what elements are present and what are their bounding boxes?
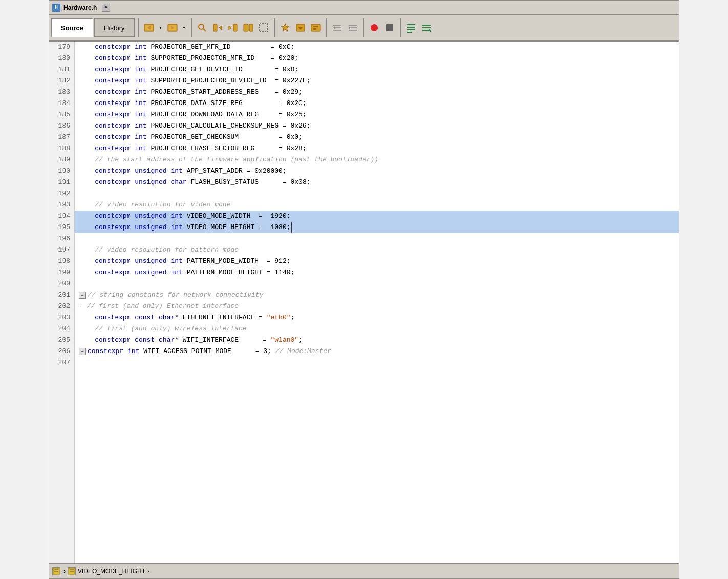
- svg-line-7: [203, 29, 206, 31]
- code-line-186: constexpr int PROJECTOR_CALCULATE_CHECKS…: [75, 120, 679, 132]
- line-num-180: 180: [49, 53, 74, 64]
- svg-rect-8: [213, 24, 217, 31]
- line-num-204: 204: [49, 323, 74, 335]
- line-num-183: 183: [49, 87, 74, 98]
- search-button[interactable]: [195, 20, 209, 35]
- code-line-184: constexpr int PROJECTOR_DATA_SIZE_REG = …: [75, 98, 679, 109]
- svg-marker-15: [281, 24, 289, 31]
- title-bar: H Hardware.h ×: [49, 1, 679, 15]
- line-num-179: 179: [49, 42, 74, 53]
- svg-rect-41: [54, 571, 58, 572]
- code-line-182: constexpr int SUPPORTED_PROJECTOR_DEVICE…: [75, 75, 679, 87]
- code-line-189: // the start address of the firmware app…: [75, 154, 679, 166]
- code-line-180: constexpr int SUPPORTED_PROJECTOR_MFR_ID…: [75, 53, 679, 64]
- svg-rect-14: [260, 24, 268, 32]
- select-btn[interactable]: [256, 20, 271, 35]
- more-btn[interactable]: [419, 20, 434, 35]
- line-num-201: 201: [49, 290, 74, 301]
- line-num-207: 207: [49, 357, 74, 368]
- code-line-192: [75, 188, 679, 199]
- code-line-197: // video resolution for pattern mode: [75, 244, 679, 256]
- macro-btn[interactable]: [404, 20, 418, 35]
- file-icon: H: [52, 4, 60, 12]
- line-num-190: 190: [49, 166, 74, 177]
- main-window: H Hardware.h × Source History ▾ ▾: [49, 0, 679, 579]
- svg-rect-40: [54, 569, 58, 570]
- svg-marker-9: [219, 26, 222, 30]
- line-num-205: 205: [49, 335, 74, 346]
- code-line-199: constexpr unsigned int PATTERN_MODE_HEIG…: [75, 267, 679, 278]
- code-line-194: constexpr unsigned int VIDEO_MODE_WIDTH …: [75, 211, 679, 222]
- code-line-183: constexpr int PROJECTOR_START_ADDRESS_RE…: [75, 87, 679, 98]
- line-num-198: 198: [49, 256, 74, 267]
- separator-1: [138, 18, 139, 37]
- code-line-206: −constexpr int WIFI_ACCESS_POINT_MODE = …: [75, 346, 679, 357]
- source-tab[interactable]: Source: [51, 18, 93, 37]
- separator-4: [326, 18, 327, 37]
- fold-minus-201[interactable]: −: [79, 292, 86, 299]
- svg-marker-24: [333, 27, 335, 29]
- line-num-199: 199: [49, 267, 74, 278]
- svg-rect-12: [244, 24, 248, 31]
- svg-rect-20: [313, 28, 316, 30]
- svg-point-29: [371, 24, 378, 31]
- code-line-190: constexpr unsigned int APP_START_ADDR = …: [75, 166, 679, 177]
- window-title: Hardware.h: [63, 4, 97, 11]
- record-btn[interactable]: [367, 20, 381, 35]
- line-num-181: 181: [49, 64, 74, 75]
- back-button[interactable]: [142, 20, 156, 35]
- toolbar: Source History ▾ ▾: [49, 15, 679, 42]
- svg-line-38: [429, 29, 431, 32]
- forward-arrow-btn[interactable]: ▾: [181, 20, 188, 35]
- line-num-193: 193: [49, 199, 74, 211]
- toggle-left-btn[interactable]: [210, 20, 225, 35]
- line-num-186: 186: [49, 120, 74, 132]
- svg-rect-30: [386, 24, 393, 31]
- close-button[interactable]: ×: [102, 4, 110, 12]
- indent-btn[interactable]: [330, 20, 345, 35]
- separator-5: [363, 18, 364, 37]
- code-line-181: constexpr int PROJECTOR_GET_DEVICE_ID = …: [75, 64, 679, 75]
- code-line-185: constexpr int PROJECTOR_DOWNLOAD_DATA_RE…: [75, 109, 679, 120]
- breadcrumb: › VIDEO_MODE_HEIGHT ›: [63, 567, 149, 575]
- line-numbers: 179 180 181 182 183 184 185 186 187 188 …: [49, 42, 75, 563]
- down-arrow-btn[interactable]: [293, 20, 308, 35]
- code-editor[interactable]: constexpr int PROJECTOR_GET_MFR_ID = 0xC…: [75, 42, 679, 563]
- bookmark-btn[interactable]: [278, 20, 292, 35]
- line-num-197: 197: [49, 244, 74, 256]
- code-line-196: [75, 233, 679, 244]
- forward-button[interactable]: [165, 20, 180, 35]
- separator-6: [400, 18, 401, 37]
- line-num-195: 195: [49, 222, 74, 233]
- code-line-198: constexpr unsigned int PATTERN_MODE_WIDT…: [75, 256, 679, 267]
- status-bar: › VIDEO_MODE_HEIGHT ›: [49, 563, 679, 578]
- line-num-188: 188: [49, 143, 74, 154]
- next-btn[interactable]: [309, 20, 323, 35]
- breadcrumb-item-icon: [68, 567, 76, 575]
- svg-rect-19: [313, 26, 318, 27]
- code-line-188: constexpr int PROJECTOR_ERASE_SECTOR_REG…: [75, 143, 679, 154]
- layout-btn[interactable]: [241, 20, 255, 35]
- stop-btn[interactable]: [382, 20, 397, 35]
- code-line-207: [75, 357, 679, 368]
- separator-3: [274, 18, 275, 37]
- code-line-202: - // first (and only) Ethernet interface: [75, 301, 679, 312]
- line-num-191: 191: [49, 177, 74, 188]
- toggle-right-btn[interactable]: [226, 20, 240, 35]
- code-line-200: [75, 278, 679, 290]
- breadcrumb-item-1: VIDEO_MODE_HEIGHT: [78, 568, 145, 575]
- status-file-icon: [52, 567, 60, 575]
- line-num-196: 196: [49, 233, 74, 244]
- code-line-179: constexpr int PROJECTOR_GET_MFR_ID = 0xC…: [75, 42, 679, 53]
- outdent-btn[interactable]: [346, 20, 360, 35]
- line-num-185: 185: [49, 109, 74, 120]
- code-line-195: 💡 constexpr unsigned int VIDEO_MODE_HEIG…: [75, 222, 679, 233]
- svg-rect-13: [249, 24, 253, 31]
- code-line-201: −// string constants for network connect…: [75, 290, 679, 301]
- fold-minus-206[interactable]: −: [79, 348, 86, 355]
- back-arrow-btn[interactable]: ▾: [157, 20, 164, 35]
- breadcrumb-arrow-right: ›: [147, 568, 149, 575]
- line-num-206: 206: [49, 346, 74, 357]
- code-line-203: constexpr const char* ETHERNET_INTERFACE…: [75, 312, 679, 323]
- history-tab[interactable]: History: [94, 18, 134, 37]
